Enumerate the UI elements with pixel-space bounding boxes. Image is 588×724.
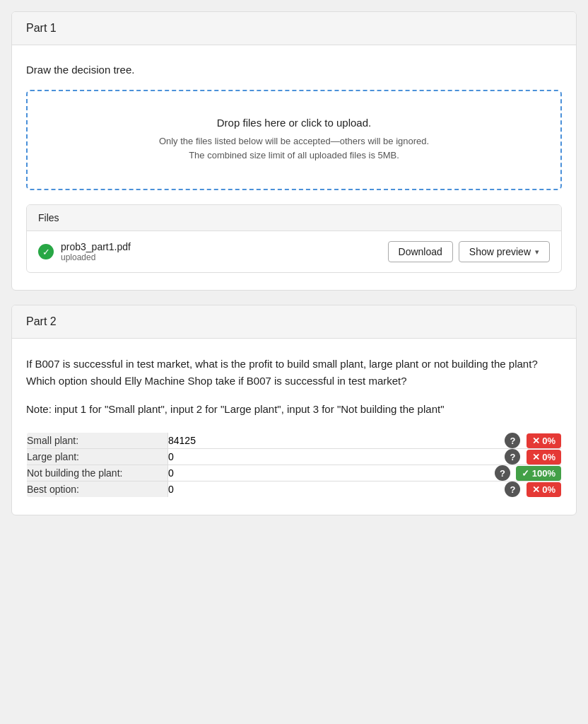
score-badge: ✕ 0% <box>527 482 561 497</box>
answer-row: Not building the plant: ? ✓ 100% <box>27 465 562 481</box>
answer-row: Small plant: ? ✕ 0% <box>27 433 562 449</box>
upload-sub-text-1: Only the files listed below will be acce… <box>42 134 546 149</box>
part2-title: Part 2 <box>26 315 57 327</box>
part2-question: If B007 is successful in test market, wh… <box>26 356 562 390</box>
file-status: uploaded <box>61 252 131 262</box>
part1-header: Part 1 <box>12 12 576 45</box>
answer-row: Large plant: ? ✕ 0% <box>27 449 562 465</box>
show-preview-button[interactable]: Show preview ▾ <box>459 241 550 262</box>
field-label: Large plant: <box>27 449 168 465</box>
file-actions: Download Show preview ▾ <box>388 241 550 262</box>
file-info: ✓ prob3_part1.pdf uploaded <box>38 241 131 262</box>
field-input[interactable] <box>168 435 463 446</box>
file-name: prob3_part1.pdf <box>61 241 131 252</box>
score-badge: ✓ 100% <box>516 466 561 481</box>
part1-question: Draw the decision tree. <box>26 62 562 78</box>
help-icon[interactable]: ? <box>505 481 520 497</box>
answer-row: Best option: ? ✕ 0% <box>27 481 562 498</box>
field-value[interactable] <box>168 449 463 465</box>
help-icon[interactable]: ? <box>505 433 520 448</box>
part2-section: Part 2 If B007 is successful in test mar… <box>11 305 577 515</box>
download-button[interactable]: Download <box>388 241 453 262</box>
part2-note: Note: input 1 for "Small plant", input 2… <box>26 401 562 418</box>
download-label: Download <box>399 246 442 257</box>
field-input[interactable] <box>168 484 463 495</box>
answer-table: Small plant: ? ✕ 0% Large plant: ? ✕ 0% … <box>26 432 562 498</box>
upload-sub-text-2: The combined size limit of all uploaded … <box>42 148 546 163</box>
field-input[interactable] <box>168 467 463 479</box>
field-actions: ? ✓ 100% <box>463 465 562 481</box>
help-icon[interactable]: ? <box>505 449 520 465</box>
field-label: Best option: <box>27 481 168 498</box>
chevron-down-icon: ▾ <box>535 247 539 257</box>
part2-body: If B007 is successful in test market, wh… <box>12 339 576 515</box>
field-actions: ? ✕ 0% <box>463 433 562 449</box>
field-value[interactable] <box>168 433 463 449</box>
show-preview-label: Show preview <box>469 246 531 257</box>
field-actions: ? ✕ 0% <box>463 449 562 465</box>
field-value[interactable] <box>168 481 463 498</box>
file-check-icon: ✓ <box>38 244 54 259</box>
help-icon[interactable]: ? <box>495 465 510 481</box>
part2-header: Part 2 <box>12 305 576 339</box>
files-box: Files ✓ prob3_part1.pdf uploaded Downloa… <box>26 204 562 273</box>
part1-section: Part 1 Draw the decision tree. Drop file… <box>11 11 577 291</box>
score-badge: ✕ 0% <box>527 433 561 448</box>
file-row: ✓ prob3_part1.pdf uploaded Download Show… <box>27 231 561 272</box>
part1-body: Draw the decision tree. Drop files here … <box>12 45 576 290</box>
field-label: Not building the plant: <box>27 465 168 481</box>
upload-zone[interactable]: Drop files here or click to upload. Only… <box>26 90 562 191</box>
upload-main-text: Drop files here or click to upload. <box>42 117 546 129</box>
score-badge: ✕ 0% <box>527 450 561 465</box>
field-input[interactable] <box>168 451 463 462</box>
field-actions: ? ✕ 0% <box>463 481 562 498</box>
field-value[interactable] <box>168 465 463 481</box>
part1-title: Part 1 <box>26 22 57 34</box>
files-box-header: Files <box>27 205 561 231</box>
file-name-area: prob3_part1.pdf uploaded <box>61 241 131 262</box>
field-label: Small plant: <box>27 433 168 449</box>
